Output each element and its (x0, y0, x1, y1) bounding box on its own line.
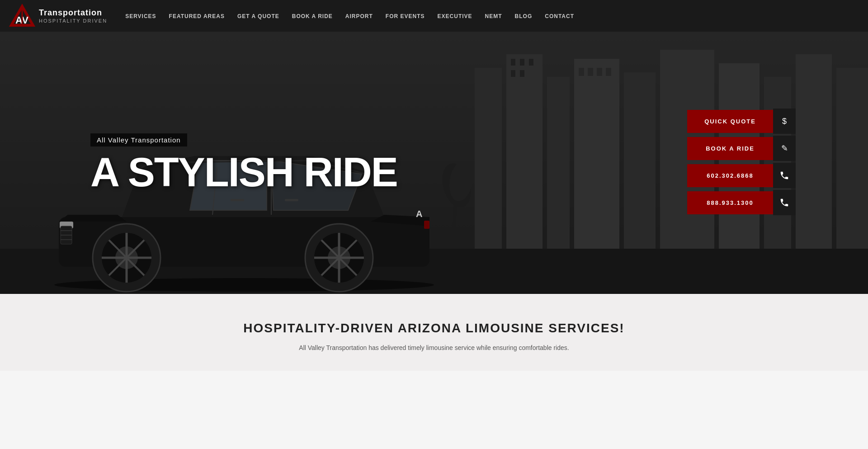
hero-section: A All Valley Transportation A STYLISH RI… (0, 32, 868, 294)
nav-item-blog[interactable]: BLOG (515, 12, 533, 20)
phone2-button[interactable]: 888.933.1300 (687, 190, 796, 215)
quick-quote-label: QUICK QUOTE (687, 110, 773, 133)
logo-subtitle: Hospitality Driven (39, 18, 107, 24)
nav-item-executive[interactable]: EXECUTIVE (438, 12, 472, 20)
logo-icon: AV (9, 3, 35, 29)
nav-item-services[interactable]: SERVICES (125, 12, 156, 20)
quick-quote-button[interactable]: QUICK QUOTE $ (687, 109, 796, 134)
nav-item-featured-areas[interactable]: FEATURED AREAS (169, 12, 225, 20)
logo[interactable]: AV Transportation Hospitality Driven (9, 3, 107, 29)
navbar: AV Transportation Hospitality Driven SER… (0, 0, 868, 32)
services-description: All Valley Transportation has delivered … (298, 343, 570, 353)
phone1-label: 602.302.6868 (687, 164, 773, 187)
phone1-button[interactable]: 602.302.6868 (687, 163, 796, 188)
services-title: HOSPITALITY-DRIVEN ARIZONA LIMOUSINE SER… (9, 321, 859, 336)
phone2-icon (773, 190, 796, 215)
logo-title: Transportation (39, 8, 107, 18)
hero-subtitle: All Valley Transportation (90, 133, 187, 147)
dollar-icon: $ (773, 109, 796, 134)
nav-item-book-a-ride[interactable]: BOOK A RIDE (292, 12, 333, 20)
nav-item-nemt[interactable]: NEMT (485, 12, 502, 20)
nav-item-airport[interactable]: AIRPORT (345, 12, 373, 20)
hero-sidebar: QUICK QUOTE $ BOOK A RIDE ✎ 602.302.6868… (687, 109, 796, 217)
book-ride-label: BOOK A RIDE (687, 137, 773, 160)
book-ride-button[interactable]: BOOK A RIDE ✎ (687, 136, 796, 161)
phone1-icon (773, 163, 796, 188)
pencil-icon: ✎ (773, 136, 796, 161)
nav-item-contact[interactable]: CONTACT (545, 12, 574, 20)
phone2-label: 888.933.1300 (687, 191, 773, 214)
nav-item-get-a-quote[interactable]: GET A QUOTE (237, 12, 279, 20)
nav-links: SERVICES FEATURED AREAS GET A QUOTE BOOK… (125, 12, 574, 20)
nav-item-for-events[interactable]: FOR EVENTS (386, 12, 425, 20)
services-section: HOSPITALITY-DRIVEN ARIZONA LIMOUSINE SER… (0, 294, 868, 371)
